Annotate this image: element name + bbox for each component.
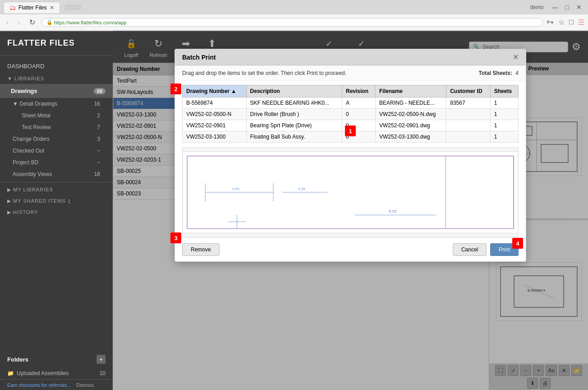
svg-text:0.51: 0.51 (233, 187, 240, 191)
minimize-btn[interactable]: — (549, 3, 561, 12)
modal-footer: 3 Remove 4 Cancel Print (175, 237, 526, 261)
sidebar-divider (0, 182, 113, 182)
tab-title: Flatter Files (18, 5, 47, 11)
remove-btn[interactable]: Remove (182, 243, 220, 256)
modal-table-row[interactable]: B-5569874SKF NEEDLE BEARING #HK0...ABEAR… (183, 98, 519, 109)
sidebar-item-checked-out[interactable]: Checked Out ~ (0, 145, 113, 157)
total-sheets-label: Total Sheets: (479, 70, 512, 76)
modal-instructions: Drag and drop the items to set the order… (175, 65, 526, 81)
address-bar[interactable]: 🔒 https://www.flatterfiles.com/a/app (41, 18, 543, 27)
browser-titlebar: 🗂 Flatter Files ✕ demo — □ ✕ (0, 0, 588, 14)
folders-header: Folders + (0, 351, 113, 367)
modal-footer-right: 4 Cancel Print (453, 243, 519, 256)
uploaded-assemblies-badge: 10 (100, 370, 106, 376)
back-btn[interactable]: ‹ (4, 18, 11, 28)
window-icon[interactable]: □ (569, 18, 574, 27)
tab-close-btn[interactable]: ✕ (50, 5, 54, 11)
detail-drawings-badge: 16 (94, 101, 100, 107)
svg-text:0.39: 0.39 (298, 187, 305, 191)
modal-table-area: 1 Drawing Number ▲ Description Revision … (175, 85, 526, 147)
star-icon[interactable]: ☆ (558, 18, 565, 27)
inactive-tab[interactable] (65, 5, 81, 9)
svg-text:8.02: 8.02 (389, 209, 397, 214)
modal-col-filename[interactable]: Filename (375, 85, 446, 98)
referrals-link[interactable]: Earn discounts for referrals... (7, 382, 71, 388)
key-icon: 🗝 (547, 18, 554, 27)
sidebar-item-detail-drawings[interactable]: ▼ Detail Drawings 16 (0, 98, 113, 110)
annotation-1: 1 (345, 125, 356, 136)
modal-col-customer-id[interactable]: Customer ID (446, 85, 491, 98)
window-demo-label: demo (530, 4, 544, 10)
modal-title: Batch Print (182, 54, 216, 61)
modal-header: Batch Print ✕ (175, 49, 526, 65)
dismiss-btn[interactable]: Dismiss (76, 382, 94, 388)
active-tab[interactable]: 🗂 Flatter Files ✕ (4, 2, 60, 13)
sidebar-nav: DASHBOARD ▼ LIBRARIES Drawings 59 ▼ Deta… (0, 56, 113, 222)
modal-table-row[interactable]: VW252-02-0500-NDrive Roller (Brush )0VW2… (183, 109, 519, 120)
modal-overlay: 2 Batch Print ✕ Drag and drop the items … (113, 31, 588, 390)
my-shared-badge: 1 (68, 199, 71, 204)
sidebar-item-test-review[interactable]: Test Review 7 (0, 121, 113, 133)
sidebar-item-my-libraries[interactable]: ▶ MY LIBRARIES (0, 184, 113, 195)
modal-col-drawing-number[interactable]: Drawing Number ▲ (183, 85, 247, 98)
modal-col-description[interactable]: Description (246, 85, 342, 98)
browser-navbar: ‹ › ↻ 🔒 https://www.flatterfiles.com/a/a… (0, 14, 588, 31)
sidebar-item-assembly-views[interactable]: Assembly Views 18 (0, 168, 113, 180)
browser-chrome: 🗂 Flatter Files ✕ demo — □ ✕ ‹ › ↻ 🔒 htt… (0, 0, 588, 31)
sidebar-item-my-shared[interactable]: ▶ MY SHARED ITEMS 1 (0, 195, 113, 207)
folder-item-uploaded-assemblies[interactable]: 📁 Uploaded Assemblies 10 (0, 367, 113, 379)
sidebar-item-dashboard[interactable]: DASHBOARD (0, 59, 113, 73)
modal-col-revision[interactable]: Revision (342, 85, 376, 98)
total-sheets-value: 4 (515, 70, 519, 76)
reload-btn[interactable]: ↻ (27, 17, 38, 28)
forward-btn[interactable]: › (15, 18, 23, 28)
maximize-btn[interactable]: □ (563, 3, 572, 12)
menu-icon[interactable]: ☰ (578, 18, 584, 27)
sidebar-item-history[interactable]: ▶ HISTORY (0, 207, 113, 218)
modal-close-btn[interactable]: ✕ (513, 53, 519, 61)
sheet-metal-badge: 2 (97, 112, 100, 119)
cancel-btn[interactable]: Cancel (453, 243, 487, 256)
folder-icon: 📁 (7, 370, 14, 376)
sidebar-item-drawings[interactable]: Drawings 59 (0, 84, 113, 98)
change-orders-badge: 3 (97, 136, 100, 142)
secure-badge: 🔒 https://www.flatterfiles.com/a/app (46, 19, 127, 25)
sidebar-item-change-orders[interactable]: Change Orders 3 (0, 133, 113, 145)
batch-print-modal: 2 Batch Print ✕ Drag and drop the items … (175, 49, 526, 262)
checked-out-badge: ~ (97, 148, 100, 154)
total-sheets-area: Total Sheets: 4 (479, 70, 519, 76)
sidebar-item-project-bd[interactable]: Project BD ~ (0, 157, 113, 168)
annotation-2: 2 (170, 84, 181, 94)
drawings-badge: 59 (94, 88, 106, 94)
modal-drawing-svg: 0.51 0.39 8.02 (183, 148, 518, 237)
sidebar-item-libraries[interactable]: ▼ LIBRARIES (0, 73, 113, 84)
modal-footer-left: Remove (182, 243, 220, 256)
modal-instruction-text: Drag and drop the items to set the order… (182, 70, 346, 76)
annotation-4: 4 (512, 238, 523, 249)
modal-col-sheets[interactable]: Sheets (490, 85, 518, 98)
modal-preview-area: 0.51 0.39 8.02 (182, 147, 519, 237)
annotation-3: 3 (170, 232, 181, 243)
footer-bar: Earn discounts for referrals... Dismiss (0, 379, 113, 390)
sidebar: FLATTER FILES DASHBOARD ▼ LIBRARIES Draw… (0, 31, 113, 390)
sidebar-bottom: Folders + 📁 Uploaded Assemblies 10 Earn … (0, 351, 113, 390)
sidebar-item-sheet-metal[interactable]: Sheet Metal 2 (0, 110, 113, 121)
assembly-views-badge: 18 (94, 171, 100, 177)
add-folder-btn[interactable]: + (96, 355, 106, 364)
sort-asc-icon: ▲ (231, 88, 236, 94)
close-btn[interactable]: ✕ (574, 3, 584, 12)
app-logo: FLATTER FILES (0, 31, 113, 56)
project-bd-badge: ~ (97, 159, 100, 166)
test-review-badge: 7 (97, 124, 100, 130)
